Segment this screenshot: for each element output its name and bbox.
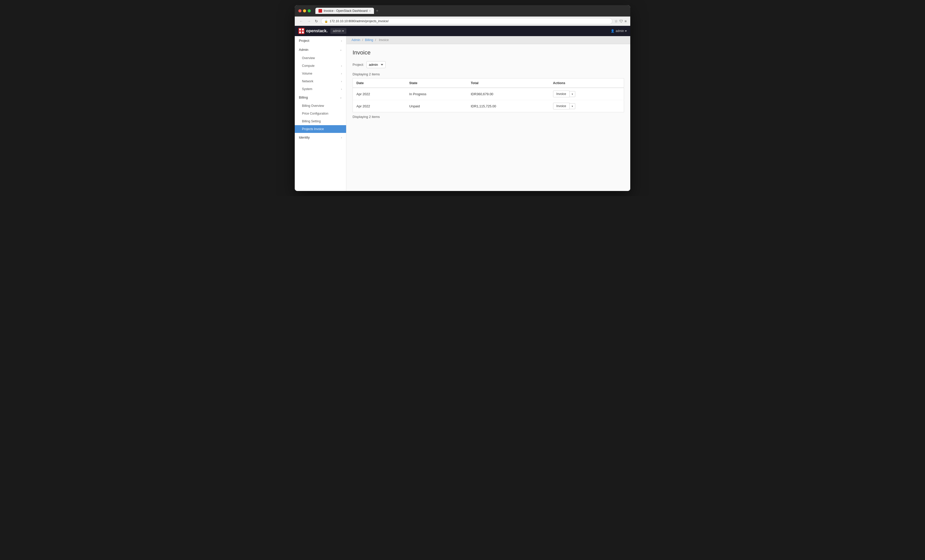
row2-total: IDR1,115,725.00 (467, 100, 550, 112)
refresh-button[interactable]: ↻ (314, 19, 319, 24)
app-header: openstack. admin ▾ 👤 admin ▾ (295, 26, 630, 36)
openstack-logo-icon (298, 28, 304, 34)
breadcrumb-admin[interactable]: Admin (351, 38, 360, 42)
bookmark-icon[interactable]: ☆ (615, 19, 618, 23)
admin-menu[interactable]: admin ▾ (330, 28, 346, 34)
url-text: 172.10.10.10:8080/admin/projects_invoice… (330, 20, 389, 23)
browser-titlebar: Invoice - OpenStack Dashboard × + (295, 5, 630, 17)
svg-rect-1 (299, 29, 301, 30)
active-tab[interactable]: Invoice - OpenStack Dashboard × (315, 8, 374, 14)
minimize-button[interactable] (303, 9, 306, 12)
sidebar-item-compute[interactable]: Compute › (295, 62, 346, 70)
breadcrumb-sep-1: / (362, 38, 364, 42)
action-btn-group-2: Invoice ▾ (553, 103, 620, 110)
displaying-bottom: Displaying 2 items (353, 115, 624, 119)
col-state: State (406, 78, 467, 88)
sidebar-item-project-label: Project (299, 39, 309, 42)
col-date: Date (353, 78, 406, 88)
network-label: Network (302, 80, 313, 83)
invoice-button-2[interactable]: Invoice (553, 103, 569, 110)
sidebar-item-billing-setting[interactable]: Billing Setting (295, 117, 346, 125)
billing-overview-label: Billing Overview (302, 104, 324, 108)
row2-date: Apr 2022 (353, 100, 406, 112)
toolbar-right: ☆ 🛡 ≡ (615, 19, 627, 23)
row1-date: Apr 2022 (353, 88, 406, 100)
header-right: 👤 admin ▾ (611, 29, 627, 33)
address-bar[interactable]: 🔒 172.10.10.10:8080/admin/projects_invoi… (321, 18, 612, 24)
invoice-dropdown-1[interactable]: ▾ (569, 91, 575, 97)
sidebar-item-billing-overview[interactable]: Billing Overview (295, 102, 346, 110)
sidebar: Project › Admin ⌄ Overview Compute › Vol… (295, 36, 346, 191)
project-chevron-icon: › (341, 39, 342, 42)
compute-chevron-icon: › (341, 64, 342, 67)
sidebar-item-admin[interactable]: Admin ⌄ (295, 45, 346, 54)
breadcrumb-invoice: Invoice (379, 38, 389, 42)
traffic-lights (298, 9, 311, 12)
svg-rect-4 (302, 32, 304, 33)
logo-text: openstack. (306, 29, 328, 33)
svg-rect-3 (299, 32, 301, 33)
filter-label: Project: (353, 63, 364, 66)
sidebar-item-identity[interactable]: Identity › (295, 133, 346, 142)
billing-label: Billing (299, 95, 308, 99)
svg-rect-2 (302, 29, 304, 30)
identity-label: Identity (299, 135, 310, 139)
browser-toolbar: ← → ↻ 🔒 172.10.10.10:8080/admin/projects… (295, 17, 630, 26)
tab-close-button[interactable]: × (369, 9, 371, 12)
project-select[interactable]: admin (366, 61, 386, 68)
overview-label: Overview (302, 56, 315, 60)
close-button[interactable] (298, 9, 301, 12)
maximize-button[interactable] (308, 9, 311, 12)
table-row: Apr 2022 In Progress IDR360,679.00 Invoi… (353, 88, 624, 100)
displaying-top: Displaying 2 items (353, 72, 624, 76)
table-row: Apr 2022 Unpaid IDR1,115,725.00 Invoice … (353, 100, 624, 112)
back-button[interactable]: ← (298, 19, 304, 24)
system-label: System (302, 87, 312, 91)
sidebar-item-billing[interactable]: Billing ⌄ (295, 93, 346, 102)
projects-invoice-label: Projects Invoice (302, 127, 324, 131)
content-area: Admin / Billing / Invoice Invoice Projec… (346, 36, 630, 191)
filter-row: Project: admin (353, 61, 624, 68)
row1-total: IDR360,679.00 (467, 88, 550, 100)
sidebar-item-system[interactable]: System › (295, 85, 346, 93)
browser-window: Invoice - OpenStack Dashboard × + ← → ↻ … (295, 5, 630, 191)
compute-label: Compute (302, 64, 315, 68)
invoice-dropdown-2[interactable]: ▾ (569, 103, 575, 109)
user-arrow: ▾ (625, 29, 627, 33)
lock-icon: 🔒 (324, 20, 328, 23)
row1-state: In Progress (406, 88, 467, 100)
system-chevron-icon: › (341, 87, 342, 90)
sidebar-item-project[interactable]: Project › (295, 36, 346, 45)
admin-menu-arrow: ▾ (342, 29, 344, 33)
sidebar-item-volume[interactable]: Volume › (295, 70, 346, 77)
col-actions: Actions (550, 78, 624, 88)
row2-actions: Invoice ▾ (550, 100, 624, 112)
browser-tabs: Invoice - OpenStack Dashboard × + (315, 8, 380, 14)
invoice-button-1[interactable]: Invoice (553, 90, 569, 97)
sidebar-item-network[interactable]: Network › (295, 77, 346, 85)
sidebar-item-admin-label: Admin (299, 48, 309, 52)
sidebar-item-projects-invoice[interactable]: Projects Invoice (295, 125, 346, 133)
table-header-row: Date State Total Actions (353, 78, 624, 88)
openstack-logo: openstack. (298, 28, 328, 34)
sidebar-item-overview[interactable]: Overview (295, 54, 346, 62)
shield-icon: 🛡 (619, 19, 623, 23)
tab-favicon (318, 9, 322, 13)
price-configuration-label: Price Configuration (302, 112, 328, 115)
content-body: Invoice Project: admin Displaying 2 item… (346, 44, 630, 126)
breadcrumb-billing[interactable]: Billing (365, 38, 373, 42)
billing-chevron-icon: ⌄ (340, 96, 342, 99)
main-layout: Project › Admin ⌄ Overview Compute › Vol… (295, 36, 630, 191)
new-tab-button[interactable]: + (375, 9, 380, 13)
sidebar-item-price-configuration[interactable]: Price Configuration (295, 110, 346, 117)
network-chevron-icon: › (341, 80, 342, 83)
user-label[interactable]: admin (616, 29, 624, 33)
tab-label: Invoice - OpenStack Dashboard (324, 9, 368, 13)
menu-icon[interactable]: ≡ (625, 19, 627, 23)
action-btn-group-1: Invoice ▾ (553, 90, 620, 97)
invoice-table: Date State Total Actions Apr 2022 In Pro… (353, 78, 624, 112)
row1-actions: Invoice ▾ (550, 88, 624, 100)
breadcrumb-sep-2: / (375, 38, 377, 42)
row2-state: Unpaid (406, 100, 467, 112)
forward-button[interactable]: → (306, 19, 312, 24)
